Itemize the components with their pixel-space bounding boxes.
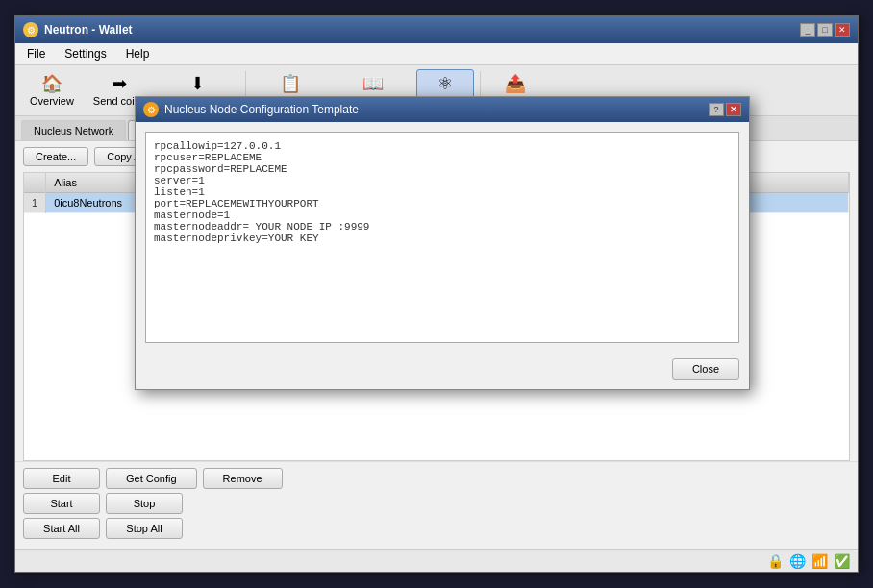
modal-close-x-button[interactable]: ✕: [726, 103, 741, 116]
network-icon: 🌐: [789, 553, 806, 569]
config-modal: ⚙ Nucleus Node Configuration Template ? …: [135, 96, 750, 390]
close-button[interactable]: ✕: [835, 23, 850, 37]
title-buttons: _ □ ✕: [800, 23, 850, 37]
modal-close-button[interactable]: Close: [672, 358, 739, 380]
maximize-button[interactable]: □: [817, 23, 833, 37]
stop-button[interactable]: Stop: [106, 493, 183, 514]
stop-all-button[interactable]: Stop All: [106, 518, 183, 539]
lock-icon: 🔒: [767, 553, 784, 569]
bottom-row-3: Start All Stop All: [23, 518, 850, 539]
signal-icon: 📶: [811, 553, 828, 569]
edit-button[interactable]: Edit: [23, 468, 100, 489]
toolbar-overview[interactable]: 🏠 Overview: [21, 69, 83, 111]
bottom-row-1: Edit Get Config Remove: [23, 468, 850, 489]
create-button[interactable]: Create...: [23, 147, 88, 166]
menu-bar: File Settings Help: [15, 43, 858, 65]
bottom-row-2: Start Stop: [23, 493, 850, 514]
modal-icon: ⚙: [143, 102, 159, 117]
menu-help[interactable]: Help: [118, 45, 158, 62]
modal-title-buttons: ? ✕: [709, 103, 741, 116]
window-title: Neutron - Wallet: [44, 23, 133, 37]
tab-nucleus-network[interactable]: Nucleus Network: [21, 120, 126, 140]
menu-file[interactable]: File: [19, 45, 53, 62]
modal-title-text: Nucleus Node Configuration Template: [164, 103, 359, 116]
send-icon: ➡: [108, 74, 131, 93]
modal-body: rpcallowip=127.0.0.1 rpcuser=REPLACEME r…: [136, 122, 749, 353]
address-book-icon: 📖: [362, 74, 385, 93]
remove-button[interactable]: Remove: [203, 468, 283, 489]
config-textarea[interactable]: rpcallowip=127.0.0.1 rpcuser=REPLACEME r…: [145, 132, 739, 343]
minimize-button[interactable]: _: [800, 23, 815, 37]
col-num: [24, 173, 46, 193]
receive-icon: ⬇: [187, 74, 210, 93]
nucleus-icon: ⚛: [434, 74, 457, 93]
app-icon: ⚙: [23, 22, 38, 37]
transactions-icon: 📋: [279, 74, 302, 93]
modal-footer: Close: [136, 353, 749, 389]
title-bar: ⚙ Neutron - Wallet _ □ ✕: [15, 16, 858, 43]
menu-settings[interactable]: Settings: [57, 45, 113, 62]
bottom-buttons: Edit Get Config Remove Start Stop Start …: [15, 461, 858, 549]
modal-title-bar: ⚙ Nucleus Node Configuration Template ? …: [136, 97, 749, 122]
row-number: 1: [24, 193, 46, 213]
modal-help-button[interactable]: ?: [709, 103, 724, 116]
get-config-button[interactable]: Get Config: [106, 468, 197, 489]
start-all-button[interactable]: Start All: [23, 518, 100, 539]
check-icon: ✅: [834, 553, 850, 569]
status-bar: 🔒 🌐 📶 ✅: [15, 549, 858, 572]
export-icon: 📤: [504, 74, 527, 93]
home-icon: 🏠: [40, 74, 63, 93]
start-button[interactable]: Start: [23, 493, 100, 514]
